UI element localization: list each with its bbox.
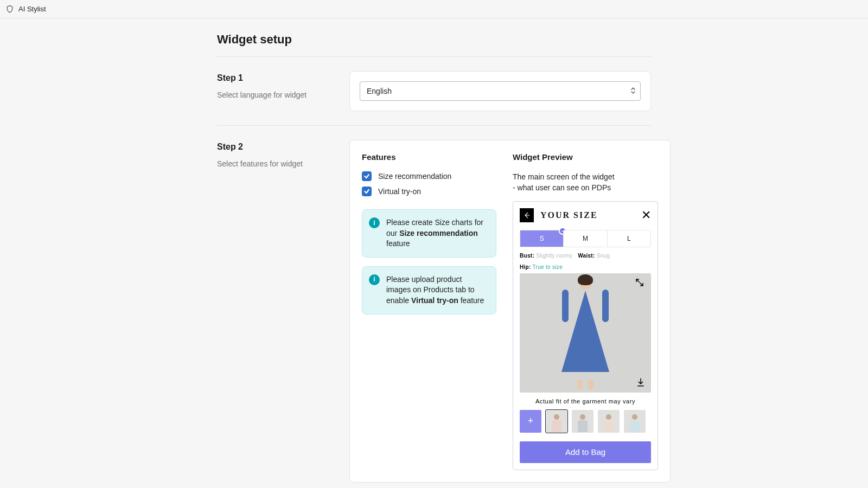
checkbox-checked-icon: [362, 187, 372, 196]
widget-preview: YOUR SIZE ✕ S M L: [513, 201, 658, 470]
app-shield-icon: [5, 5, 14, 14]
app-name: AI Stylist: [18, 5, 46, 13]
step-1-desc: Select language for widget: [217, 91, 336, 99]
size-s[interactable]: S: [520, 230, 563, 247]
thumbnail-4[interactable]: [624, 410, 646, 433]
feature-size-label: Size recommendation: [378, 172, 451, 181]
model-figure: [561, 277, 610, 389]
features-heading: Features: [362, 152, 496, 162]
add-to-bag-button[interactable]: Add to Bag: [520, 441, 651, 463]
model-thumbnails: +: [520, 410, 651, 433]
alert-size-charts: i Please create Size charts for our Size…: [362, 209, 496, 258]
thumbnail-3[interactable]: [598, 410, 620, 433]
feature-virtual-tryon[interactable]: Virtual try-on: [362, 187, 496, 196]
section-step-1: Step 1 Select language for widget Englis…: [217, 71, 651, 126]
alert-size-bold: Size recommendation: [399, 229, 478, 237]
language-select[interactable]: English: [360, 81, 641, 101]
alert-upload-bold: Virtual try-on: [411, 296, 458, 305]
page-title: Widget setup: [217, 33, 651, 47]
fit-note: Actual fit of the garment may vary: [520, 398, 651, 404]
back-button[interactable]: [520, 208, 534, 222]
info-icon: i: [369, 217, 380, 228]
divider: [217, 56, 651, 57]
size-m[interactable]: M: [563, 230, 607, 247]
fit-indicators: Bust: Slightly roomy Waist: Snug Hip: Tr…: [520, 253, 651, 270]
feature-tryon-label: Virtual try-on: [378, 187, 421, 196]
info-icon: i: [369, 274, 380, 285]
expand-icon[interactable]: [635, 278, 647, 290]
download-icon[interactable]: [635, 376, 647, 388]
size-l[interactable]: L: [607, 230, 650, 247]
step-2-heading: Step 2: [217, 142, 336, 152]
alert-upload-images: i Please upload product images on Produc…: [362, 266, 496, 314]
size-selector: S M L: [520, 230, 651, 247]
add-model-button[interactable]: +: [520, 410, 541, 433]
alert-upload-post: feature: [458, 296, 484, 305]
preview-desc: The main screen of the widget - what use…: [513, 171, 658, 194]
close-icon[interactable]: ✕: [641, 209, 651, 221]
step-1-heading: Step 1: [217, 73, 336, 83]
thumbnail-1[interactable]: [546, 410, 567, 433]
topbar: AI Stylist: [0, 0, 868, 18]
step-2-desc: Select features for widget: [217, 159, 336, 168]
section-step-2: Step 2 Select features for widget Featur…: [217, 126, 651, 488]
model-image: [520, 273, 651, 393]
preview-heading: Widget Preview: [513, 152, 658, 162]
thumbnail-2[interactable]: [572, 410, 593, 433]
alert-size-post: feature: [386, 239, 410, 248]
feature-size-recommendation[interactable]: Size recommendation: [362, 171, 496, 181]
checkbox-checked-icon: [362, 171, 372, 181]
widget-title: YOUR SIZE: [540, 210, 598, 220]
